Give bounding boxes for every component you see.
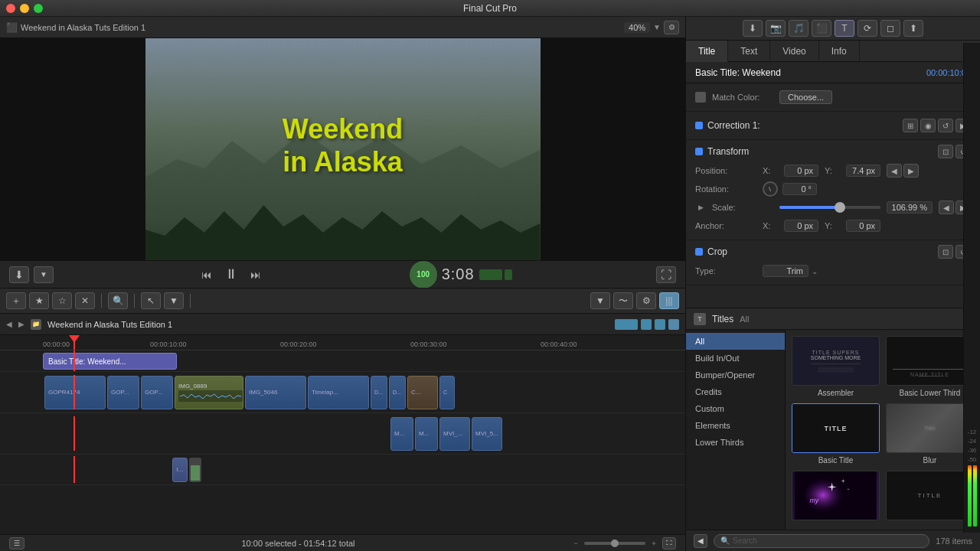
sidebar-item-build-in-out[interactable]: Build In/Out — [686, 350, 785, 367]
maximize-button[interactable] — [34, 4, 43, 13]
video-clip-m1[interactable]: M... — [390, 417, 413, 451]
sidebar-item-credits[interactable]: Credits — [686, 383, 785, 400]
pos-dec-button[interactable]: ◀ — [887, 164, 902, 178]
skip-forward-button[interactable]: ⏭ — [247, 266, 265, 284]
crop-indicator[interactable] — [695, 248, 703, 256]
video-clip-4[interactable]: IMG_0889 — [175, 376, 243, 409]
add-button[interactable]: ＋ — [6, 292, 26, 309]
zoom-dropdown-icon[interactable]: ▼ — [653, 23, 661, 31]
video-clip-3[interactable]: GOP... — [141, 376, 173, 409]
share-button[interactable]: ⬆ — [903, 20, 923, 37]
audio-clip-2[interactable] — [189, 458, 201, 482]
pos-y-value[interactable]: 7.4 px — [846, 165, 880, 177]
star-outline-button[interactable]: ☆ — [52, 292, 72, 309]
tab-info[interactable]: Info — [819, 41, 860, 62]
video-clip-6[interactable]: Timelap... — [308, 376, 369, 409]
sidebar-item-all[interactable]: All — [686, 333, 785, 350]
tab-title[interactable]: Title — [686, 41, 728, 62]
anchor-y-value[interactable]: 0 px — [846, 220, 880, 232]
video-track: GOPR4174 GOP... GOP... IMG_0889 IMG_5046… — [0, 372, 685, 413]
correction-indicator[interactable] — [695, 122, 703, 129]
minimize-button[interactable] — [20, 4, 29, 13]
sidebar-item-lower-thirds[interactable]: Lower Thirds — [686, 434, 785, 451]
title-card-sparkle[interactable]: my — [792, 471, 880, 523]
pos-x-value[interactable]: 0 px — [784, 165, 818, 177]
scale-expand-button[interactable]: ▶ — [695, 202, 706, 213]
skip-back-button[interactable]: ⏮ — [198, 266, 216, 284]
star-button[interactable]: ★ — [29, 292, 49, 309]
video-clip-m2[interactable]: M... — [415, 417, 438, 451]
zoom-value[interactable]: 40% — [624, 22, 650, 33]
video-clip-5[interactable]: IMG_5046 — [245, 376, 306, 409]
video-clip-7[interactable]: D... — [371, 376, 387, 409]
add-to-timeline-button[interactable]: ⬇ — [9, 266, 29, 283]
waveform-button[interactable]: 〜 — [613, 292, 633, 309]
correction-photo-button[interactable]: ◉ — [920, 119, 936, 132]
video-clip-2[interactable]: GOP... — [107, 376, 139, 409]
choose-button[interactable]: Choose... — [779, 90, 832, 104]
video-clip-8[interactable]: D... — [389, 376, 406, 409]
title-clip[interactable]: Basic Title: Weekend... — [43, 353, 177, 370]
titles-all-link[interactable]: All — [740, 315, 749, 324]
reject-button[interactable]: ✕ — [75, 292, 95, 309]
video-clip-1[interactable]: GOPR4174 — [44, 376, 106, 409]
view-options-button[interactable]: ▼ — [590, 292, 610, 309]
anchor-x-value[interactable]: 0 px — [784, 220, 818, 232]
scale-slider[interactable] — [779, 206, 880, 209]
zoom-in-icon[interactable]: ＋ — [650, 538, 658, 549]
zoom-out-icon[interactable]: － — [572, 538, 580, 549]
title-browser-button[interactable]: T — [835, 20, 854, 37]
video-clip-mvi2[interactable]: MVI_5... — [472, 417, 502, 451]
select-tool-button[interactable]: ↖ — [141, 292, 161, 309]
rotation-dial[interactable] — [763, 181, 778, 197]
theme-button[interactable]: ◻ — [880, 20, 900, 37]
sidebar-item-bumper-opener[interactable]: Bumper/Opener — [686, 367, 785, 383]
close-button[interactable] — [6, 4, 15, 13]
volume-label: -12 — [968, 429, 977, 435]
nav-prev-button[interactable]: ◀ — [6, 320, 12, 328]
zoom-slider[interactable] — [584, 542, 645, 545]
tab-text[interactable]: Text — [728, 41, 770, 62]
scale-value[interactable]: 106.99 % — [887, 201, 933, 214]
transform-fit-button[interactable]: ⊡ — [938, 145, 953, 158]
tab-video[interactable]: Video — [770, 41, 818, 62]
settings-button[interactable]: ⚙ — [636, 292, 656, 309]
play-pause-button[interactable]: ⏸ — [222, 266, 240, 284]
video-clip-c2[interactable]: C — [439, 376, 455, 409]
transform-indicator[interactable] — [695, 148, 703, 155]
zoom-options-button[interactable]: ⚙ — [664, 21, 679, 34]
title-card-blur[interactable]: Title Blur — [886, 403, 974, 465]
status-menu-button[interactable]: ☰ — [9, 537, 24, 549]
video-clip-c1[interactable]: C... — [407, 376, 438, 409]
clip-options-button[interactable]: ▼ — [34, 266, 54, 283]
sidebar-item-elements[interactable]: Elements — [686, 417, 785, 434]
correction-mask-button[interactable]: ⊞ — [903, 119, 918, 132]
collapse-button[interactable]: ◀ — [694, 534, 707, 548]
import-button[interactable]: ⬇ — [743, 20, 763, 37]
video-clip-mvi1[interactable]: MVI_... — [439, 417, 470, 451]
rotation-value[interactable]: 0 ° — [782, 183, 817, 195]
correction-reset-button[interactable]: ↺ — [938, 119, 953, 132]
title-card-basic-lower-third[interactable]: ────── NAME TITLE Basic Lower Third — [886, 336, 974, 397]
sidebar-item-custom[interactable]: Custom — [686, 400, 785, 417]
zoom-fit-button[interactable]: ⛶ — [662, 537, 676, 549]
nav-next-button[interactable]: ▶ — [18, 320, 24, 328]
crop-fit-button[interactable]: ⊡ — [938, 245, 953, 259]
pos-inc-button[interactable]: ▶ — [903, 164, 919, 178]
transition-button[interactable]: ⬛ — [812, 20, 831, 37]
scale-dec-button[interactable]: ◀ — [939, 201, 954, 214]
music-button[interactable]: 🎵 — [789, 20, 808, 37]
photo-button[interactable]: 📷 — [766, 20, 786, 37]
search-box[interactable]: 🔍 Search — [714, 534, 929, 548]
select-dropdown-button[interactable]: ▼ — [164, 292, 184, 309]
audio-clip[interactable]: I... — [172, 458, 188, 482]
zoom-timeline-button[interactable]: ||| — [659, 292, 679, 309]
fullscreen-button[interactable]: ⛶ — [656, 266, 676, 283]
window-controls[interactable] — [6, 4, 43, 13]
generator-button[interactable]: ⟳ — [858, 20, 877, 37]
search-button[interactable]: 🔍 — [108, 292, 128, 309]
title-card-assembler[interactable]: TITLE SUPERS SOMETHING MORE ░░░░░░░░░░░ … — [792, 336, 880, 397]
title-card-basic-title[interactable]: Title Basic Title — [792, 403, 880, 465]
title-card-title-dark[interactable]: Title — [886, 471, 974, 523]
crop-type-select[interactable]: Trim ⌄ — [763, 265, 818, 277]
